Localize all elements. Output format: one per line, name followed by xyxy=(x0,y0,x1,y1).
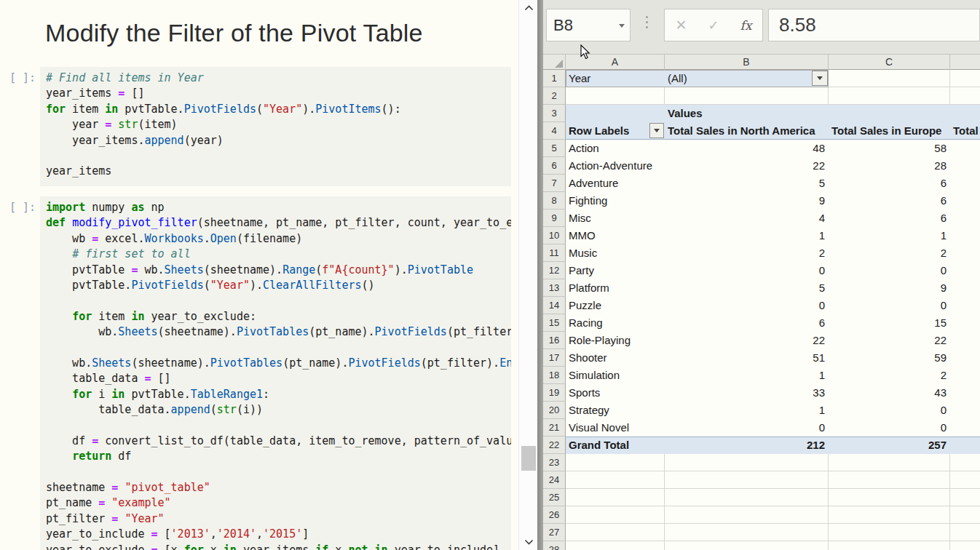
cell-C18[interactable]: 2 xyxy=(829,367,947,384)
cell-C28[interactable] xyxy=(829,541,950,550)
cell-B16[interactable]: 22 xyxy=(665,332,825,349)
row-header-4[interactable]: 4 xyxy=(543,122,566,140)
row-header-27[interactable]: 27 xyxy=(543,524,566,541)
cell-A10[interactable]: MMO xyxy=(569,227,596,244)
row-header-24[interactable]: 24 xyxy=(543,471,566,489)
name-box-dropdown-icon[interactable] xyxy=(619,24,625,28)
cell-A7[interactable]: Adventure xyxy=(569,175,618,192)
cell-A12[interactable]: Party xyxy=(569,262,594,279)
cell-B9[interactable]: 4 xyxy=(665,210,825,227)
notebook-scrollbar[interactable] xyxy=(518,0,537,550)
cell-A2[interactable] xyxy=(566,87,665,105)
cell-C12[interactable]: 0 xyxy=(829,262,947,279)
row-header-9[interactable]: 9 xyxy=(543,210,566,227)
row-header-18[interactable]: 18 xyxy=(543,367,566,384)
name-box[interactable]: B8 xyxy=(546,9,631,41)
cell-C19[interactable]: 43 xyxy=(829,384,947,402)
cell-A17[interactable]: Shooter xyxy=(569,349,607,367)
cell-A1[interactable]: Year xyxy=(569,70,590,87)
cell-C13[interactable]: 9 xyxy=(829,279,947,297)
cell-C20[interactable]: 0 xyxy=(829,402,947,419)
cell-A21[interactable]: Visual Novel xyxy=(569,419,629,437)
row-header-1[interactable]: 1 xyxy=(543,70,566,87)
cell-B6[interactable]: 22 xyxy=(665,157,825,175)
cell-C21[interactable]: 0 xyxy=(829,419,947,437)
cell-A6[interactable]: Action-Adventure xyxy=(569,157,652,175)
row-header-12[interactable]: 12 xyxy=(543,262,566,279)
cell-D24[interactable] xyxy=(950,471,980,489)
cell-B26[interactable] xyxy=(665,506,829,524)
cell-A4[interactable]: Row Labels xyxy=(569,122,629,140)
pane-splitter[interactable] xyxy=(537,0,543,550)
cell-A8[interactable]: Fighting xyxy=(569,192,607,210)
column-header-D[interactable]: D xyxy=(950,55,980,70)
cell-A19[interactable]: Sports xyxy=(569,384,600,402)
cell-B5[interactable]: 48 xyxy=(665,140,825,157)
cell-C15[interactable]: 15 xyxy=(829,314,947,332)
row-header-25[interactable]: 25 xyxy=(543,489,566,506)
code-cell-2-source[interactable]: import numpy as npdef modify_pivot_filte… xyxy=(46,200,511,550)
cell-B21[interactable]: 0 xyxy=(665,419,825,437)
cell-C6[interactable]: 28 xyxy=(829,157,947,175)
cell-C23[interactable] xyxy=(829,454,950,471)
cell-B24[interactable] xyxy=(665,471,829,489)
column-header-B[interactable]: B xyxy=(665,55,829,70)
cell-A25[interactable] xyxy=(566,489,665,506)
cell-B14[interactable]: 0 xyxy=(665,297,825,314)
cell-D1[interactable] xyxy=(950,70,980,87)
cell-B4[interactable]: Total Sales in North America xyxy=(668,122,815,140)
cell-A24[interactable] xyxy=(566,471,665,489)
row-header-26[interactable]: 26 xyxy=(543,506,566,524)
cell-A22[interactable]: Grand Total xyxy=(569,437,629,454)
row-header-5[interactable]: 5 xyxy=(543,140,566,157)
formula-bar[interactable]: 8.58 xyxy=(768,9,980,41)
cancel-icon[interactable]: ✕ xyxy=(676,17,687,33)
cell-A26[interactable] xyxy=(566,506,665,524)
cell-A20[interactable]: Strategy xyxy=(569,402,609,419)
code-cell-1-source[interactable]: # Find all items in Yearyear_items = []f… xyxy=(46,71,511,180)
cell-B12[interactable]: 0 xyxy=(665,262,825,279)
cell-B17[interactable]: 51 xyxy=(665,349,825,367)
cell-A13[interactable]: Platform xyxy=(569,279,609,297)
cell-C2[interactable] xyxy=(829,87,950,105)
row-header-6[interactable]: 6 xyxy=(543,157,566,175)
cell-B13[interactable]: 5 xyxy=(665,279,825,297)
cell-C24[interactable] xyxy=(829,471,950,489)
cell-B3[interactable]: Values xyxy=(668,105,703,122)
cell-A9[interactable]: Misc xyxy=(569,210,591,227)
select-all-corner[interactable] xyxy=(543,55,566,70)
cell-C4[interactable]: Total Sales in Europe xyxy=(831,122,941,140)
cell-C17[interactable]: 59 xyxy=(829,349,947,367)
row-header-23[interactable]: 23 xyxy=(543,454,566,471)
cell-D25[interactable] xyxy=(950,489,980,506)
cell-B23[interactable] xyxy=(665,454,829,471)
row-header-20[interactable]: 20 xyxy=(543,402,566,419)
cell-B8[interactable]: 9 xyxy=(665,192,825,210)
cell-B28[interactable] xyxy=(665,541,829,550)
cell-B11[interactable]: 2 xyxy=(665,244,825,262)
cell-C1[interactable] xyxy=(829,70,950,87)
row-header-8[interactable]: 8 xyxy=(543,192,566,210)
cell-C25[interactable] xyxy=(829,489,950,506)
cell-B15[interactable]: 6 xyxy=(665,314,825,332)
cell-B7[interactable]: 5 xyxy=(665,175,825,192)
row-header-3[interactable]: 3 xyxy=(543,105,566,122)
cell-C5[interactable]: 58 xyxy=(829,140,947,157)
cell-A27[interactable] xyxy=(566,524,665,541)
cell-C14[interactable]: 0 xyxy=(829,297,947,314)
cell-C16[interactable]: 22 xyxy=(829,332,947,349)
row-header-17[interactable]: 17 xyxy=(543,349,566,367)
cell-B25[interactable] xyxy=(665,489,829,506)
row-header-13[interactable]: 13 xyxy=(543,279,566,297)
cell-A14[interactable]: Puzzle xyxy=(569,297,601,314)
code-cell-1[interactable]: # Find all items in Yearyear_items = []f… xyxy=(40,67,511,186)
cell-D2[interactable] xyxy=(950,87,980,105)
cell-B20[interactable]: 1 xyxy=(665,402,825,419)
row-header-2[interactable]: 2 xyxy=(543,87,566,105)
code-cell-2[interactable]: import numpy as npdef modify_pivot_filte… xyxy=(40,196,511,550)
row-header-10[interactable]: 10 xyxy=(543,227,566,244)
cell-C27[interactable] xyxy=(829,524,950,541)
row-header-21[interactable]: 21 xyxy=(543,419,566,437)
scroll-down-icon[interactable] xyxy=(519,535,538,549)
cell-A18[interactable]: Simulation xyxy=(569,367,620,384)
